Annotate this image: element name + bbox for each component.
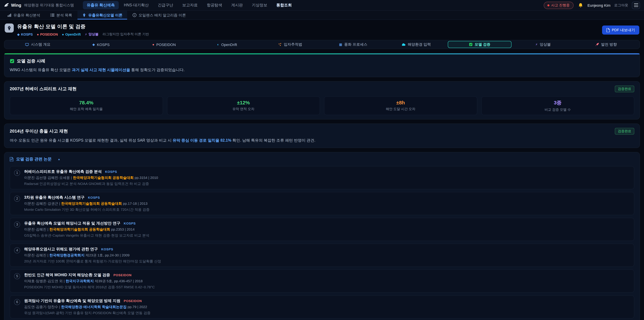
paper-row-6[interactable]: 6 원격탐사 기반의 유출유 확산예측 및 해양오염 방제 지원 POSEIDO… xyxy=(10,295,634,318)
stat-value: ±8h xyxy=(326,100,476,106)
tab-analysis-list[interactable]: 분석 목록 xyxy=(46,11,77,20)
paper-row-2[interactable]: 2 3차원 유출유 확산예측 시스템 연구 KOSPS 이문진·김혜진·강권근 … xyxy=(10,192,634,215)
notification-bell-icon[interactable] xyxy=(577,2,584,9)
section-tab-system-overview[interactable]: 시스템 개요 xyxy=(6,41,70,48)
paper-number: 2 xyxy=(14,195,20,201)
badge-poseidon: ● POSEIDON xyxy=(37,32,58,36)
paper-description: GS칼텍스 송유관·Captain Vangelis 유출사고 재현 검증·현장… xyxy=(24,233,149,238)
section-tab-particle-tracking[interactable]: 입자추적법 xyxy=(258,41,322,48)
nav-item-hns-air-diffusion[interactable]: HNS·대기확산 xyxy=(120,1,153,10)
paper-title: 원격탐사 기반의 유출유 확산예측 및 해양오염 방제 지원 xyxy=(24,298,120,303)
paper-authors: 이문진·김혜진 | 한국해양과학기술협의회 공동학술대회 pp.2353 | 2… xyxy=(24,227,149,232)
paper-row-4[interactable]: 4 해양유류오염사고 위해도 평가에 관한 연구 KOSPS 이문진·김혜진 |… xyxy=(10,243,634,267)
paper-authors: 이재호·임병준·김도연 외 | 한국지구과학회지 제39권 5호, pp.436… xyxy=(24,279,155,283)
system-title: 해양환경 위기대응 통합시스템 xyxy=(24,3,74,8)
paper-number: 5 xyxy=(14,273,20,279)
page-header: 유출유 확산 모델 이론 및 검증 ◆ KOSPS ● POSEIDON ● O… xyxy=(5,24,639,37)
paper-title: 허베이스피리트호 유출유 확산예측 검증 분석 xyxy=(24,169,102,174)
pdf-export-button[interactable]: PDF 내보내기 xyxy=(602,26,639,35)
validation-highlight-text: 과거 실제 사고 재현 시뮬레이션을 xyxy=(72,68,130,72)
wuisan-case-header: 2014년 우이산 충돌 사고 재현 검증완료 xyxy=(10,128,634,135)
paper-journal: 한국해양환경공학회지 xyxy=(49,253,84,257)
nav-item-aerial-search[interactable]: 항공탐색 xyxy=(203,1,226,10)
document-icon xyxy=(10,157,14,161)
paper-title: 해양유류오염사고 위해도 평가에 관한 연구 xyxy=(24,246,98,251)
app-screen: Wing 해양환경 위기대응 통합시스템 유출유 확산예측 HNS·대기확산 긴… xyxy=(0,0,644,320)
paper-model-badge: KOSPS xyxy=(124,221,136,225)
paper-title: 유출유 확산예측 모델의 해양사고 적용 및 개선방안 연구 xyxy=(24,221,120,226)
wuisan-highlight-text: 유막 중심 이동 경로 일치율 82.1% xyxy=(172,138,231,142)
stat-model-count: 3종 비교 검증 모델 수 xyxy=(481,97,634,115)
nav-item-board[interactable]: 게시판 xyxy=(227,1,247,10)
section-tab-ensemble[interactable]: ⚡ 앙상블 xyxy=(512,41,574,48)
hebei-stats-grid: 78.4% 해안 표착 예측 일치율 ±12% 유막 면적 오차 ±8h 해안 … xyxy=(10,97,634,115)
incident-status-badge[interactable]: 사고 진행중 xyxy=(544,2,574,9)
page-title: 유출유 확산 모델 이론 및 검증 xyxy=(17,24,149,30)
circle-icon: ● xyxy=(62,32,64,36)
page-header-text: 유출유 확산 모델 이론 및 검증 ◆ KOSPS ● POSEIDON ● O… xyxy=(17,24,149,37)
circle-icon: ● xyxy=(37,32,39,36)
section-tab-weathering-process[interactable]: ▦ 풍화 프로세스 xyxy=(322,41,385,48)
section-tab-opendrift[interactable]: ◐ OpenDrift xyxy=(196,41,258,48)
tab-spill-analysis[interactable]: 유출유 확산분석 xyxy=(3,11,45,20)
chart-icon xyxy=(8,13,12,17)
section-tab-poseidon[interactable]: ● POSEIDON xyxy=(132,41,196,48)
document-icon xyxy=(606,28,610,32)
stat-value: ±12% xyxy=(168,100,318,106)
paper-row-1[interactable]: 1 허베이스피리트호 유출유 확산예측 검증 분석 KOSPS 이문진·김선영·… xyxy=(10,166,634,189)
monitor-icon xyxy=(25,43,29,46)
paper-authors: 김도연·김종기·양찬수 | 한국해양환경·에너지학회 학술대회논문집 pp.79… xyxy=(24,304,150,309)
user-name: Eunjeong Kim xyxy=(588,3,610,7)
nav-item-integrated-search[interactable]: 통합조회 xyxy=(272,1,296,10)
tab-oil-fence-algorithm[interactable]: 오일펜스 배치 알고리즘 이론 xyxy=(128,11,190,20)
logout-button[interactable]: 로그아웃 xyxy=(614,3,628,8)
papers-section-toggle[interactable]: 모델 검증 관련 논문 ▲ xyxy=(10,156,634,162)
app-logo[interactable]: Wing 해양환경 위기대응 통합시스템 xyxy=(4,3,74,8)
paper-model-badge: KOSPS xyxy=(88,195,100,199)
page-icon-box xyxy=(5,24,14,33)
diamond-icon: ◆ xyxy=(92,43,95,46)
paper-journal: 한국해양과학기술협의회 공동학술대회 xyxy=(73,175,134,179)
section-tab-model-validation[interactable]: 모델 검증 xyxy=(448,41,512,48)
tab-diffusion-model-theory-label: 유출유확산모델 이론 xyxy=(88,13,122,18)
cloud-icon xyxy=(402,43,406,46)
wuisan-case-card: 2014년 우이산 충돌 사고 재현 검증완료 여수 오동도 인근 원유 유출 … xyxy=(4,124,640,148)
section-tab-future-direction[interactable]: 발전 방향 xyxy=(574,41,638,48)
stat-slick-area-error: ±12% 유막 면적 오차 xyxy=(167,97,320,115)
nav-item-emergency-rescue[interactable]: 긴급구난 xyxy=(154,1,177,10)
collapse-triangle-icon[interactable]: ▲ xyxy=(58,158,60,161)
paper-row-5[interactable]: 5 한반도 인근 해역 MOHID 지역 해양순환 모델 검증 POSEIDON… xyxy=(10,269,634,292)
nav-item-weather-info[interactable]: 기상정보 xyxy=(248,1,271,10)
section-tab-kosps[interactable]: ◆ KOSPS xyxy=(70,41,132,48)
lightning-icon: ⚡ xyxy=(85,32,87,36)
grid-icon: ▦ xyxy=(339,43,342,46)
diamond-icon: ◆ xyxy=(17,32,20,36)
tab-diffusion-model-theory[interactable]: 유출유확산모델 이론 xyxy=(78,11,127,20)
brand-name: Wing xyxy=(11,3,21,8)
top-navbar: Wing 해양환경 위기대응 통합시스템 유출유 확산예측 HNS·대기확산 긴… xyxy=(0,0,644,11)
rocket-icon xyxy=(595,43,599,46)
particles-icon xyxy=(278,43,282,46)
paper-number: 6 xyxy=(14,299,20,305)
verified-badge: 검증완료 xyxy=(615,128,634,135)
incident-dot-icon xyxy=(548,4,550,6)
badge-kosps: ◆ KOSPS xyxy=(17,32,33,36)
paper-description: Radarsat 인공위성영상 비교 분석·NOAA GNOME과 동일 입력조… xyxy=(24,181,158,186)
paper-description: Monte Carlo Simulation 기반 3D 확산모델·허베이 스피… xyxy=(24,207,150,212)
hebei-case-header: 2007년 허베이 스피리트 사고 재현 검증완료 xyxy=(10,86,634,93)
paper-description: POSEIDON 기반 MOHID 모델 동아시아 해역 2016년 검증·SS… xyxy=(24,285,155,289)
hebei-case-card: 2007년 허베이 스피리트 사고 재현 검증완료 78.4% 해안 표착 예측… xyxy=(4,81,640,120)
section-tab-marine-env-input[interactable]: 해양환경 입력 xyxy=(385,41,448,48)
badge-opendrift: ● OpenDrift xyxy=(62,32,81,36)
pdf-export-label: PDF 내보내기 xyxy=(612,28,635,33)
stat-value: 78.4% xyxy=(12,100,161,106)
paper-authors: 이문진·김선영·김혜진·오세웅 | 한국해양과학기술협의회 공동학술대회 pp.… xyxy=(24,175,158,180)
paper-journal: 한국해양과학기술협의회 공동학술대회 xyxy=(49,227,110,231)
paper-authors: 이문진·김혜진 | 한국해양환경공학회지 제23권 1호, pp.24-30 |… xyxy=(24,253,161,258)
pen-nib-icon xyxy=(7,26,12,31)
menu-hamburger-icon[interactable] xyxy=(632,2,640,9)
papers-heading: 모델 검증 관련 논문 xyxy=(16,156,52,162)
nav-item-reports[interactable]: 보고자료 xyxy=(178,1,202,10)
nav-item-oil-spill-prediction[interactable]: 유출유 확산예측 xyxy=(83,1,119,10)
paper-row-3[interactable]: 3 유출유 확산예측 모델의 해양사고 적용 및 개선방안 연구 KOSPS 이… xyxy=(10,218,634,241)
